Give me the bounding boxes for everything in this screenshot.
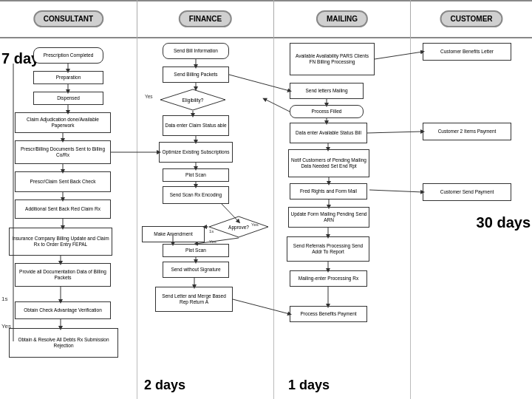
svg-line-33 — [375, 52, 423, 59]
box-c7: Additional Sent Back Red Claim Rx — [15, 200, 111, 219]
box-cu1: Customer Benefits Letter — [423, 43, 511, 61]
box-c5: Prescr/Billing Documents Sent to Billing… — [15, 140, 111, 164]
label-2days: 2 days — [144, 378, 185, 393]
box-m5: Notif Customers of Pending Mailing Data … — [288, 149, 369, 177]
box-c2: Preparation — [33, 71, 103, 84]
box-f7: Make Amendment — [142, 226, 205, 242]
box-f1: Send Bill Information — [163, 43, 229, 59]
box-m10: Process Benefits Payment — [290, 306, 367, 322]
svg-line-34 — [367, 132, 423, 133]
box-f4: Optimize Existing Subscriptions — [159, 142, 233, 163]
lane-label-finance: FINANCE — [179, 10, 232, 27]
box-cu2: Customer 2 Items Payment — [423, 123, 511, 140]
box-c1: Prescription Completed — [33, 47, 103, 64]
box-c4: Claim Adjudication done/Available Paperw… — [15, 112, 111, 133]
diamond-eligibility: Eligibility? — [160, 89, 226, 111]
label-yes-c: 1s — [1, 296, 7, 302]
svg-line-32 — [265, 99, 290, 112]
box-m6: Fred Rights and Form Mail — [290, 183, 367, 200]
box-f9: Send without Signature — [163, 262, 229, 278]
lane-divider-3 — [410, 38, 411, 399]
lane-customer: CUSTOMER — [410, 0, 532, 38]
box-cu3: Customer Send Payment — [423, 183, 511, 201]
box-f3: Data enter Claim Status able — [163, 115, 229, 136]
box-f2: Send Billing Packets — [163, 66, 229, 83]
svg-line-31 — [229, 75, 290, 91]
box-f5: Plot Scan — [163, 168, 229, 182]
box-m8: Send Referrals Processing Send Addr To R… — [287, 236, 369, 262]
box-c8: Insurance Company Billing Update and Cla… — [9, 228, 112, 256]
lane-label-consultant: CONSULTANT — [33, 10, 103, 27]
box-f10: Send Letter and Merge Based Rep Return A — [155, 287, 233, 312]
lane-finance: FINANCE — [137, 0, 273, 38]
lane-label-customer: CUSTOMER — [440, 10, 502, 27]
swimlane-header: CONSULTANT FINANCE MAILING CUSTOMER — [0, 0, 532, 38]
svg-line-37 — [233, 299, 290, 314]
lane-mailing: MAILING — [273, 0, 410, 38]
box-m7: Update Form Mailing Pending Send ARN — [288, 207, 369, 228]
box-c11: Obtain & Resolve All Debts Rx Submission… — [9, 328, 118, 358]
box-m1: Send letters Mailing — [290, 83, 364, 99]
box-c9: Provide all Documentation Data of Billin… — [15, 263, 111, 287]
box-f6: Send Scan Rx Encoding — [163, 186, 229, 204]
box-m3: Available Availability PARS Clients FN B… — [290, 43, 375, 75]
label-1days: 1 days — [288, 378, 330, 393]
diagram-area: 7 days 30 days 2 days 1 days Prescriptio… — [0, 38, 532, 399]
label-yes-f2: 1s — [209, 229, 214, 233]
box-c6: Prescr/Claim Sent Back Check — [15, 171, 111, 192]
box-m4: Data enter Available Status Bill — [290, 123, 367, 143]
box-f8: Plot Scan — [163, 244, 229, 257]
svg-line-35 — [369, 190, 423, 192]
label-approve-yes: Yes — [251, 222, 259, 227]
label-30days: 30 days — [477, 214, 531, 231]
box-c10: Obtain Check Advantage Verification — [15, 301, 111, 319]
lane-label-mailing: MAILING — [316, 10, 368, 27]
box-m9: Mailing-enter Processing Rx — [290, 270, 367, 287]
diamond-approve: Approve? — [208, 216, 269, 238]
label-yes-f1: Yes — [145, 94, 153, 99]
lane-consultant: CONSULTANT — [0, 0, 137, 38]
lane-divider-2 — [273, 38, 274, 399]
lane-divider-1 — [137, 38, 137, 399]
box-m2: Process Filled — [290, 105, 364, 118]
box-c3: Dispensed — [33, 92, 103, 105]
